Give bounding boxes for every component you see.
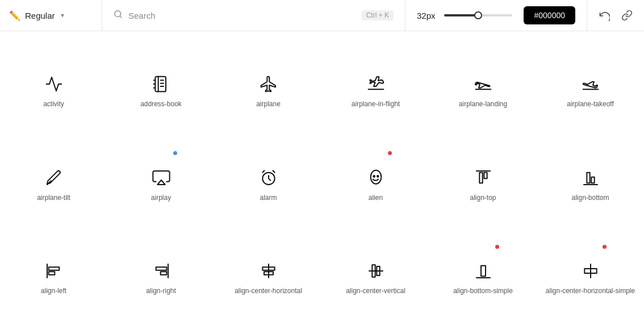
align-top-icon	[474, 169, 492, 187]
icon-label: airplane-landing	[459, 100, 507, 109]
svg-rect-32	[160, 272, 166, 274]
icon-cell-align-top[interactable]: align-top	[429, 136, 537, 229]
search-placeholder: Search	[128, 11, 356, 20]
keyboard-shortcut: Ctrl + K	[362, 10, 394, 20]
svg-line-16	[262, 170, 264, 172]
icon-cell-align-center-horizontal-simple[interactable]: align-center-horizontal-simple	[537, 229, 644, 323]
align-center-horizontal-simple-badge	[603, 245, 607, 249]
icon-label: align-center-horizontal-simple	[546, 287, 635, 296]
icon-cell-alien[interactable]: alien	[322, 136, 429, 229]
airplane-tilt-icon	[45, 169, 63, 187]
svg-rect-28	[48, 267, 59, 270]
align-bottom-simple-badge	[495, 245, 499, 249]
icon-label: activity	[43, 100, 64, 109]
icon-cell-align-right[interactable]: align-right	[107, 229, 215, 323]
icon-label: align-center-horizontal	[235, 287, 302, 296]
icon-label: airplay	[151, 194, 171, 203]
edit-icon: ✏️	[9, 10, 20, 21]
airplane-landing-icon	[474, 75, 492, 93]
action-buttons	[587, 0, 644, 31]
align-bottom-icon	[582, 169, 600, 187]
size-control: 32px #000000	[405, 0, 587, 31]
undo-button[interactable]	[594, 6, 614, 24]
icon-cell-airplane-in-flight[interactable]: airplane-in-flight	[322, 43, 429, 136]
icon-cell-airplane-tilt[interactable]: airplane-tilt	[0, 136, 107, 229]
airplay-badge	[173, 151, 177, 155]
icon-grid: activity address-book airplane	[0, 31, 644, 334]
color-button[interactable]: #000000	[524, 6, 575, 24]
icon-cell-align-left[interactable]: align-left	[0, 229, 107, 323]
svg-rect-26	[591, 177, 594, 183]
search-bar[interactable]: Search Ctrl + K	[102, 0, 405, 31]
icon-cell-align-bottom-simple[interactable]: align-bottom-simple	[429, 229, 537, 323]
svg-rect-29	[48, 272, 55, 274]
icon-label: align-top	[470, 194, 496, 203]
icon-cell-alarm[interactable]: alarm	[215, 136, 322, 229]
svg-rect-31	[156, 267, 166, 270]
icon-cell-align-bottom[interactable]: align-bottom	[537, 136, 644, 229]
icon-label: address-book	[140, 100, 182, 109]
style-selector[interactable]: ✏️ Regular ▾	[0, 0, 102, 31]
icon-cell-airplay[interactable]: airplay	[107, 136, 215, 229]
align-center-horizontal-icon	[260, 262, 278, 280]
svg-line-17	[273, 170, 274, 172]
align-center-horizontal-simple-icon	[582, 262, 600, 280]
icon-label: airplane	[256, 100, 281, 109]
icon-cell-airplane-takeoff[interactable]: airplane-takeoff	[537, 43, 644, 136]
svg-point-19	[373, 176, 375, 177]
svg-point-18	[370, 170, 381, 183]
svg-point-20	[377, 176, 379, 177]
align-center-vertical-icon	[367, 262, 385, 280]
align-bottom-simple-icon	[474, 262, 492, 280]
svg-rect-22	[479, 172, 482, 183]
svg-marker-14	[157, 180, 165, 185]
style-label: Regular	[25, 11, 55, 20]
align-right-icon	[152, 262, 170, 280]
link-button[interactable]	[617, 6, 637, 24]
icon-cell-activity[interactable]: activity	[0, 43, 107, 136]
icon-label: align-left	[41, 287, 66, 296]
icon-cell-airplane[interactable]: airplane	[215, 43, 322, 136]
icon-label: align-bottom-simple	[453, 287, 513, 296]
airplane-icon	[260, 75, 278, 93]
size-value: 32px	[417, 11, 437, 20]
alien-icon	[367, 169, 385, 187]
icon-cell-align-center-horizontal[interactable]: align-center-horizontal	[215, 229, 322, 323]
svg-rect-2	[155, 77, 166, 92]
alien-badge	[388, 151, 392, 155]
icon-label: align-bottom	[571, 194, 609, 203]
icon-label: alien	[369, 194, 383, 203]
airplane-in-flight-icon	[367, 75, 385, 93]
activity-icon	[45, 75, 63, 93]
search-icon	[114, 10, 123, 21]
size-slider[interactable]	[444, 14, 512, 16]
align-left-icon	[45, 262, 63, 280]
header: ✏️ Regular ▾ Search Ctrl + K 32px #00000…	[0, 0, 644, 31]
icon-label: align-right	[146, 287, 176, 296]
chevron-down-icon: ▾	[61, 11, 64, 19]
icon-label: airplane-tilt	[37, 194, 70, 203]
icon-cell-align-center-vertical[interactable]: align-center-vertical	[322, 229, 429, 323]
icon-label: alarm	[260, 194, 277, 203]
address-book-icon	[152, 75, 170, 93]
icon-label: airplane-takeoff	[567, 100, 614, 109]
icon-cell-airplane-landing[interactable]: airplane-landing	[429, 43, 537, 136]
svg-rect-40	[481, 266, 486, 277]
slider-fill	[444, 14, 478, 16]
svg-rect-23	[484, 172, 487, 178]
airplay-icon	[152, 169, 170, 187]
icon-label: align-center-vertical	[346, 287, 405, 296]
alarm-icon	[260, 169, 278, 187]
airplane-takeoff-icon	[582, 75, 600, 93]
slider-thumb[interactable]	[474, 11, 482, 19]
icon-cell-address-book[interactable]: address-book	[107, 43, 215, 136]
svg-rect-25	[587, 172, 589, 183]
icon-label: airplane-in-flight	[352, 100, 400, 109]
svg-line-1	[120, 16, 122, 18]
